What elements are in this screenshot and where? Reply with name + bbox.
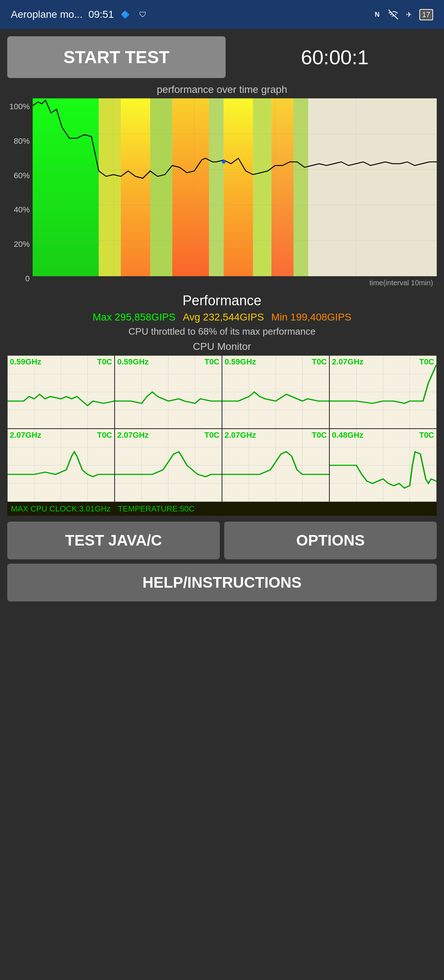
status-right: N ✈ 17: [371, 9, 433, 20]
top-row: START TEST 60:00:1: [7, 36, 437, 78]
perf-max: Max 295,858GIPS: [92, 312, 176, 323]
cpu-cell-5: 2.07GHz T0C: [115, 429, 222, 502]
battery-indicator: 17: [419, 9, 433, 20]
y-label-20: 20%: [7, 240, 33, 249]
cpu-cell-3: 2.07GHz T0C: [330, 356, 436, 428]
wifi-icon: [387, 9, 399, 20]
cpu-grid: 0.59GHz T0C 0.59GHz: [7, 355, 437, 502]
perf-throttle: CPU throttled to 68% of its max performa…: [7, 326, 437, 337]
graph-canvas: [33, 99, 437, 276]
graph-title: performance over time graph: [7, 84, 437, 95]
svg-rect-8: [253, 99, 272, 276]
cpu-cell-0: 0.59GHz T0C: [8, 356, 114, 428]
cpu-freq-3: 2.07GHz: [332, 357, 363, 367]
perf-avg: Avg 232,544GIPS: [183, 312, 264, 323]
shield-icon: 🛡: [137, 9, 149, 20]
svg-rect-10: [293, 99, 308, 276]
perf-stats: Performance Max 295,858GIPS Avg 232,544G…: [7, 293, 437, 337]
cpu-temp-5: T0C: [204, 431, 219, 440]
nfc-icon: N: [371, 9, 383, 20]
cpu-freq-1: 0.59GHz: [117, 357, 149, 367]
cpu-max-clock: MAX CPU CLOCK:3.01GHz: [11, 504, 111, 514]
cpu-freq-4: 2.07GHz: [10, 431, 41, 440]
svg-rect-7: [224, 99, 253, 276]
cpu-temperature: TEMPERATURE:50C: [118, 504, 194, 514]
cpu-temp-1: T0C: [204, 357, 219, 367]
cpu-cell-header-0: 0.59GHz T0C: [8, 356, 114, 368]
cpu-monitor-section: CPU Monitor 0.59GHz T0C: [7, 341, 437, 516]
cpu-cell-header-4: 2.07GHz T0C: [8, 429, 114, 441]
cpu-cell-header-1: 0.59GHz T0C: [115, 356, 222, 368]
status-time: 09:51: [89, 9, 114, 20]
cpu-cell-1: 0.59GHz T0C: [115, 356, 222, 428]
svg-rect-4: [150, 99, 172, 276]
cpu-temp-3: T0C: [419, 357, 434, 367]
cpu-temp-0: T0C: [97, 357, 112, 367]
cpu-freq-7: 0.48GHz: [332, 431, 363, 440]
graph-y-labels: 100% 80% 60% 40% 20% 0: [7, 99, 33, 287]
perf-min: Min 199,408GIPS: [271, 312, 352, 323]
cpu-footer: MAX CPU CLOCK:3.01GHz TEMPERATURE:50C: [7, 502, 437, 516]
cpu-temp-4: T0C: [97, 431, 112, 440]
app-name: Aeroplane mo...: [11, 9, 83, 20]
cpu-temp-6: T0C: [312, 431, 327, 440]
svg-rect-3: [121, 99, 150, 276]
y-label-80: 80%: [7, 137, 33, 146]
status-bar: Aeroplane mo... 09:51 🔷 🛡 N ✈ 17: [0, 0, 444, 29]
perf-numbers: Max 295,858GIPS Avg 232,544GIPS Min 199,…: [7, 312, 437, 323]
svg-rect-5: [172, 99, 209, 276]
y-label-40: 40%: [7, 205, 33, 215]
y-label-60: 60%: [7, 171, 33, 180]
bottom-buttons: TEST JAVA/C OPTIONS HELP/INSTRUCTIONS: [7, 522, 437, 601]
start-test-button[interactable]: START TEST: [7, 36, 226, 78]
cpu-freq-6: 2.07GHz: [225, 431, 256, 440]
cpu-cell-header-6: 2.07GHz T0C: [222, 429, 329, 441]
cpu-freq-0: 0.59GHz: [10, 357, 41, 367]
main-content: START TEST 60:00:1 performance over time…: [0, 29, 444, 609]
graph-section: performance over time graph 100% 80% 60%…: [7, 84, 437, 287]
cpu-monitor-title: CPU Monitor: [7, 341, 437, 352]
status-left: Aeroplane mo... 09:51 🔷 🛡: [11, 9, 149, 20]
svg-point-19: [222, 160, 226, 164]
perf-title: Performance: [7, 293, 437, 309]
cpu-cell-6: 2.07GHz T0C: [222, 429, 329, 502]
options-button[interactable]: OPTIONS: [224, 522, 437, 559]
cpu-cell-7: 0.48GHz T0C: [330, 429, 436, 502]
y-label-0: 0: [7, 274, 33, 283]
svg-rect-6: [209, 99, 224, 276]
cpu-cell-header-2: 0.59GHz T0C: [222, 356, 329, 368]
cpu-temp-7: T0C: [419, 431, 434, 440]
svg-rect-2: [99, 99, 121, 276]
btn-row-1: TEST JAVA/C OPTIONS: [7, 522, 437, 559]
timer-display: 60:00:1: [233, 45, 437, 69]
help-instructions-button[interactable]: HELP/INSTRUCTIONS: [7, 564, 437, 601]
cpu-cell-2: 0.59GHz T0C: [222, 356, 329, 428]
y-label-100: 100%: [7, 102, 33, 111]
cpu-cell-header-5: 2.07GHz T0C: [115, 429, 222, 441]
graph-container: 100% 80% 60% 40% 20% 0: [7, 99, 437, 287]
bitwarden-icon: 🔷: [120, 9, 131, 20]
svg-rect-9: [271, 99, 293, 276]
graph-x-label: time(interval 10min): [369, 279, 433, 287]
cpu-cell-4: 2.07GHz T0C: [8, 429, 114, 502]
airplane-icon: ✈: [403, 9, 415, 20]
cpu-temp-2: T0C: [312, 357, 327, 367]
cpu-cell-header-7: 0.48GHz T0C: [330, 429, 436, 441]
cpu-cell-header-3: 2.07GHz T0C: [330, 356, 436, 368]
cpu-freq-5: 2.07GHz: [117, 431, 149, 440]
cpu-freq-2: 0.59GHz: [225, 357, 256, 367]
svg-rect-1: [33, 99, 99, 276]
test-java-c-button[interactable]: TEST JAVA/C: [7, 522, 220, 559]
